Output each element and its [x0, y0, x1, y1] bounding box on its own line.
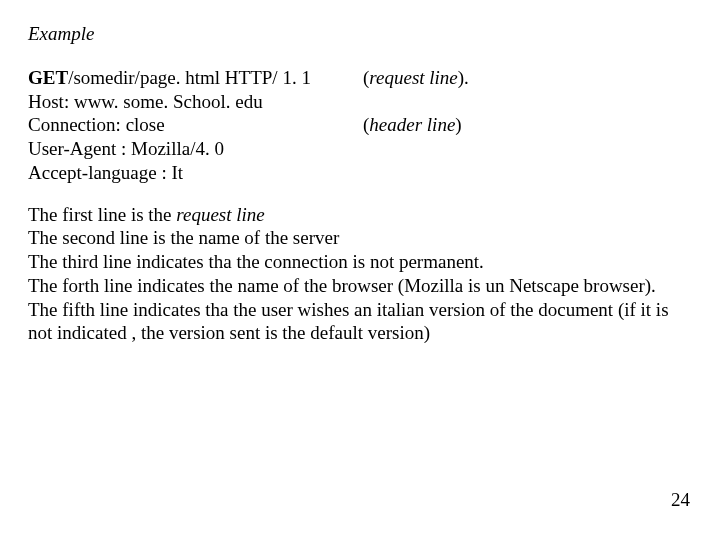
header-line-annotation: (header line)	[363, 113, 692, 137]
explanation-line-4: The forth line indicates the name of the…	[28, 274, 692, 298]
header-host-text: Host: www. some. School. edu	[28, 90, 363, 114]
http-request-block: GET/somedir/page. html HTTP/ 1. 1 (reque…	[28, 66, 692, 185]
header-line-accept-language: Accept-language : It	[28, 161, 692, 185]
request-line-rest: /somedir/page. html HTTP/ 1. 1	[68, 67, 311, 88]
header-line-user-agent: User-Agent : Mozilla/4. 0	[28, 137, 692, 161]
explanation-block: The first line is the request line The s…	[28, 203, 692, 346]
example-heading: Example	[28, 22, 692, 46]
annotation-italic: header line	[369, 114, 455, 135]
annotation-suffix: )	[455, 114, 461, 135]
header-accept-language-text: Accept-language : It	[28, 161, 363, 185]
header-line-host: Host: www. some. School. edu	[28, 90, 692, 114]
request-line-text: GET/somedir/page. html HTTP/ 1. 1	[28, 66, 363, 90]
header-line-connection: Connection: close (header line)	[28, 113, 692, 137]
explanation-line-2: The second line is the name of the serve…	[28, 226, 692, 250]
slide-page: Example GET/somedir/page. html HTTP/ 1. …	[0, 0, 720, 540]
explanation-line-5: The fifth line indicates tha the user wi…	[28, 298, 692, 346]
header-connection-text: Connection: close	[28, 113, 363, 137]
header-user-agent-text: User-Agent : Mozilla/4. 0	[28, 137, 363, 161]
explanation-line-1-italic: request line	[176, 204, 264, 225]
request-line-annotation: (request line).	[363, 66, 692, 90]
annotation-suffix: ).	[458, 67, 469, 88]
method-token: GET	[28, 67, 68, 88]
page-number: 24	[671, 488, 690, 512]
explanation-line-1-prefix: The first line is the	[28, 204, 176, 225]
explanation-line-3: The third line indicates tha the connect…	[28, 250, 692, 274]
annotation-italic: request line	[369, 67, 457, 88]
request-line: GET/somedir/page. html HTTP/ 1. 1 (reque…	[28, 66, 692, 90]
explanation-line-1: The first line is the request line	[28, 203, 692, 227]
